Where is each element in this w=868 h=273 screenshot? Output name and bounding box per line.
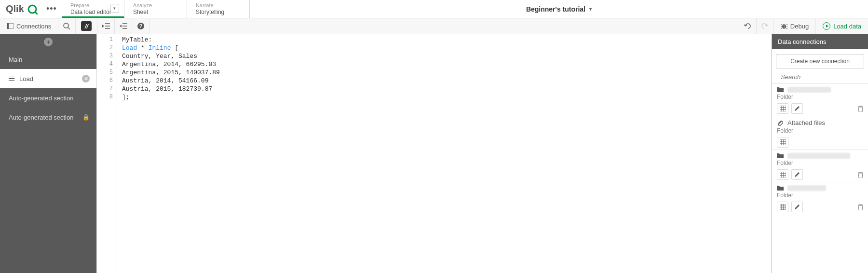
data-connections-header: Data connections: [772, 34, 868, 49]
create-connection-button[interactable]: Create new connection: [776, 54, 864, 68]
svg-rect-34: [780, 204, 786, 210]
comment-toggle-button[interactable]: //: [76, 18, 97, 34]
svg-rect-19: [780, 106, 786, 111]
section-label: Load: [19, 75, 33, 82]
edit-connection-button[interactable]: [791, 202, 803, 212]
nav-tabs: PrepareData load editor▾AnalyzeSheetNarr…: [62, 0, 250, 18]
svg-point-1: [28, 5, 36, 13]
load-data-label: Load data: [833, 23, 861, 30]
section-item[interactable]: Auto-generated section🔒: [0, 108, 96, 127]
svg-line-6: [68, 27, 70, 29]
indent-icon: [102, 23, 110, 29]
chevron-down-icon: ▾: [589, 6, 592, 12]
connection-search-input[interactable]: [781, 73, 862, 81]
connection-type: Folder: [777, 93, 863, 102]
load-data-button[interactable]: Load data: [815, 18, 868, 34]
attachment-icon: [777, 120, 784, 126]
connection-type: Folder: [777, 159, 863, 168]
connection-name-redacted: [787, 185, 826, 191]
outdent-icon: [120, 23, 127, 29]
folder-icon: [777, 153, 784, 159]
select-data-button[interactable]: [777, 137, 788, 148]
svg-text:?: ?: [139, 23, 142, 29]
svg-rect-29: [780, 172, 786, 177]
section-label: Auto-generated section: [9, 95, 73, 102]
main-area: ＋ MainLoad✕Auto-generated sectionAuto-ge…: [0, 34, 868, 273]
debug-button[interactable]: Debug: [773, 18, 815, 34]
indent-button[interactable]: [97, 18, 115, 34]
undo-button[interactable]: [739, 18, 756, 34]
select-data-button[interactable]: [777, 169, 788, 180]
svg-line-11: [781, 24, 782, 25]
add-section-button[interactable]: ＋: [0, 34, 96, 50]
connection-item: Attached filesFolder: [772, 116, 868, 150]
redo-icon: [761, 23, 769, 29]
connection-type: Folder: [777, 191, 863, 201]
qlik-logo[interactable]: Qlik: [0, 0, 41, 18]
folder-icon: [777, 185, 784, 191]
app-menu-button[interactable]: •••: [41, 0, 62, 18]
connection-list: FolderAttached filesFolderFolderFolder: [772, 83, 868, 214]
connection-name: Attached files: [787, 119, 825, 126]
select-data-button[interactable]: [777, 103, 788, 114]
delete-connection-button[interactable]: [858, 204, 863, 210]
edit-connection-button[interactable]: [791, 169, 803, 180]
connection-item: Folder: [772, 182, 868, 214]
folder-icon: [777, 87, 784, 93]
connection-item: Folder: [772, 83, 868, 116]
svg-rect-24: [780, 139, 786, 145]
svg-line-2: [35, 12, 38, 14]
connection-name-redacted: [787, 153, 850, 159]
app-header: Qlik ••• PrepareData load editor▾Analyze…: [0, 0, 868, 18]
connection-type: Folder: [777, 126, 863, 136]
bug-icon: [781, 23, 787, 29]
search-icon: [63, 23, 70, 30]
help-icon: ?: [137, 22, 145, 30]
connection-name-redacted: [787, 87, 831, 93]
delete-connection-button[interactable]: [858, 172, 863, 178]
svg-rect-4: [7, 23, 9, 29]
nav-tab-sheet[interactable]: AnalyzeSheet: [124, 0, 187, 18]
section-item[interactable]: Auto-generated section: [0, 88, 96, 108]
outdent-button[interactable]: [115, 18, 132, 34]
section-item[interactable]: Load✕: [0, 69, 96, 88]
panel-icon: [7, 23, 14, 29]
connection-search[interactable]: [776, 68, 864, 83]
chevron-down-icon[interactable]: ▾: [110, 4, 119, 13]
section-label: Main: [9, 56, 22, 63]
help-button[interactable]: ?: [132, 18, 149, 34]
svg-point-5: [64, 23, 68, 28]
delete-section-button[interactable]: ✕: [82, 75, 90, 82]
line-gutter: 12345678: [97, 34, 117, 273]
undo-icon: [744, 23, 751, 29]
sections-sidebar: ＋ MainLoad✕Auto-generated sectionAuto-ge…: [0, 34, 97, 273]
section-item[interactable]: Main: [0, 50, 96, 69]
nav-tab-storytelling[interactable]: NarrateStorytelling: [187, 0, 250, 18]
nav-tab-data-load-editor[interactable]: PrepareData load editor▾: [62, 0, 124, 18]
svg-text:Qlik: Qlik: [6, 4, 25, 14]
debug-label: Debug: [790, 23, 809, 30]
svg-line-16: [787, 28, 787, 29]
play-icon: [823, 22, 830, 30]
svg-line-12: [787, 24, 787, 25]
toolbar: Connections // ? Debug Load data: [0, 18, 868, 34]
redo-button: [756, 18, 773, 34]
edit-connection-button[interactable]: [791, 103, 803, 114]
code-area[interactable]: MyTable:Load * Inline [Country, Year, Sa…: [117, 34, 771, 273]
delete-connection-button[interactable]: [858, 106, 863, 112]
connections-toggle-button[interactable]: Connections: [0, 18, 58, 34]
app-title-text: Beginner's tutorial: [526, 5, 585, 13]
app-title[interactable]: Beginner's tutorial ▾: [250, 5, 868, 13]
drag-handle-icon[interactable]: [9, 77, 14, 81]
data-connections-panel: Data connections Create new connection F…: [772, 34, 868, 273]
connections-label: Connections: [16, 23, 51, 30]
search-button[interactable]: [58, 18, 76, 34]
connection-item: Folder: [772, 150, 868, 182]
code-editor[interactable]: 12345678 MyTable:Load * Inline [Country,…: [97, 34, 772, 273]
select-data-button[interactable]: [777, 202, 788, 212]
svg-line-15: [781, 28, 782, 29]
lock-icon: 🔒: [82, 114, 90, 121]
section-label: Auto-generated section: [9, 114, 73, 121]
